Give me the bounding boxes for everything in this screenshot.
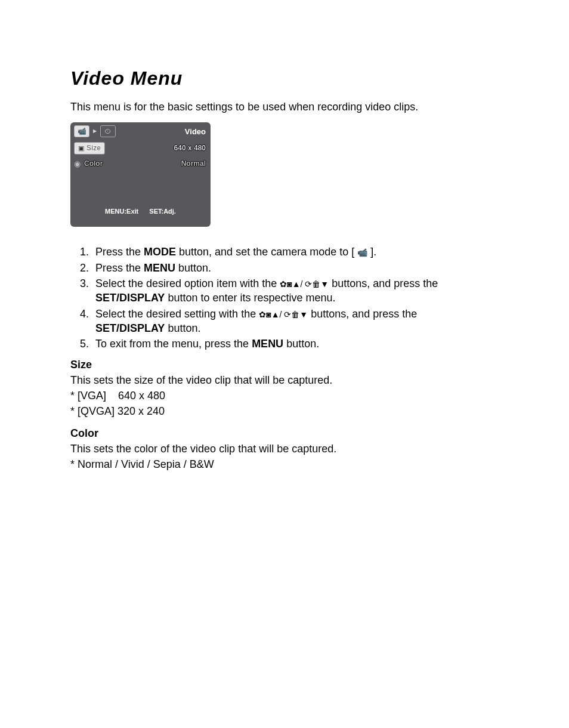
nav-icons: ✿◙▲/ ⟳🗑▼	[259, 309, 308, 319]
step-4: Select the desired setting with the ✿◙▲/…	[92, 307, 569, 336]
steps-list: Press the MODE button, and set the camer…	[70, 245, 569, 351]
size-row-label: Size	[86, 143, 101, 153]
size-heading: Size	[70, 357, 569, 372]
color-desc: This sets the color of the video clip th…	[70, 442, 569, 456]
lcd-tab-video: 📹	[74, 125, 89, 137]
size-row-value: 640 x 480	[174, 143, 206, 153]
size-opt-vga: * [VGA] 640 x 480	[70, 388, 569, 403]
lcd-row-size: ▣ Size 640 x 480	[70, 140, 211, 156]
color-row-value: Normal	[181, 159, 206, 168]
lcd-tab-timer: ⏲	[100, 125, 116, 137]
tab-arrow-icon: ▶	[93, 128, 97, 135]
color-row-icon: ◉	[74, 159, 81, 169]
size-opt-qvga: * [QVGA] 320 x 240	[70, 404, 569, 418]
nav-icons: ✿◙▲/ ⟳🗑▼	[280, 279, 329, 289]
intro-text: This menu is for the basic settings to b…	[70, 100, 569, 114]
lcd-tab-bar: 📹 ▶ ⏲ Video	[70, 122, 211, 140]
lcd-set-adj: SET:Adj.	[149, 207, 176, 216]
step-3: Select the desired option item with the …	[92, 276, 569, 306]
step-1: Press the MODE button, and set the camer…	[92, 245, 569, 259]
lcd-menu-exit: MENU:Exit	[105, 207, 138, 216]
size-desc: This sets the size of the video clip tha…	[70, 373, 569, 387]
lcd-title: Video	[185, 127, 206, 137]
page-title: Video Menu	[70, 66, 569, 91]
lcd-bottom-bar: MENU:Exit SET:Adj.	[70, 204, 211, 218]
step-2: Press the MENU button.	[92, 261, 569, 275]
lcd-row-color: ◉ Color Normal	[70, 156, 211, 171]
step-5: To exit from the menu, press the MENU bu…	[92, 337, 569, 351]
color-heading: Color	[70, 426, 569, 440]
size-row-icon: ▣	[78, 144, 84, 153]
video-mode-icon: 📹	[357, 248, 367, 257]
camera-lcd-panel: 📹 ▶ ⏲ Video ▣ Size 640 x 480 ◉ Color Nor…	[70, 122, 211, 227]
color-opts: * Normal / Vivid / Sepia / B&W	[70, 457, 569, 471]
color-row-label: Color	[84, 159, 103, 168]
